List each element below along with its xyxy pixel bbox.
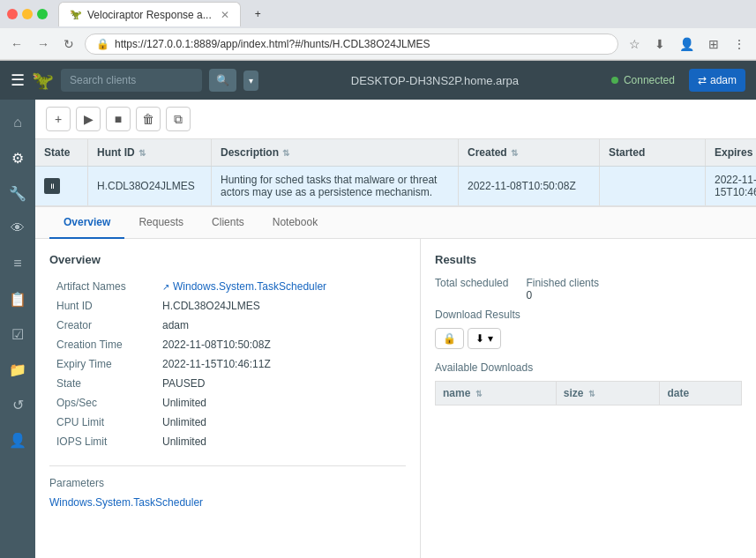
downloads-button[interactable]: ⬇ bbox=[651, 33, 669, 55]
window-controls bbox=[7, 9, 48, 19]
delete-hunt-button[interactable]: 🗑 bbox=[136, 107, 161, 131]
state-value: PAUSED bbox=[155, 374, 406, 393]
forward-button[interactable]: → bbox=[34, 33, 53, 55]
user-button[interactable]: ⇄ adam bbox=[689, 69, 745, 92]
veloci-favicon: 🦖 bbox=[70, 9, 82, 20]
copy-hunt-button[interactable]: ⧉ bbox=[166, 107, 191, 131]
lock-dl-icon: 🔒 bbox=[443, 332, 456, 345]
table-row[interactable]: ⏸ H.CDL38O24JLMES Hunting for sched task… bbox=[35, 167, 756, 206]
overview-section-title: Overview bbox=[49, 253, 406, 266]
tab-overview[interactable]: Overview bbox=[49, 207, 124, 239]
host-label: DESKTOP-DH3NS2P.home.arpa bbox=[266, 74, 604, 87]
detail-content: Overview Artifact Names ↗ Windows.System… bbox=[35, 239, 756, 558]
sidebar-item-user[interactable]: 👤 bbox=[2, 424, 34, 456]
col-size[interactable]: size ⇅ bbox=[556, 382, 660, 405]
total-scheduled-label: Total scheduled bbox=[435, 277, 508, 289]
user-icon: ⇄ bbox=[698, 74, 707, 86]
created-sort-icon: ⇅ bbox=[511, 148, 518, 158]
new-tab-button[interactable]: + bbox=[244, 2, 272, 26]
info-row-creator: Creator adam bbox=[49, 316, 406, 335]
artifact-link[interactable]: ↗ Windows.System.TaskScheduler bbox=[162, 280, 399, 293]
row-hunt-id: H.CDL38O24JLMES bbox=[88, 167, 212, 205]
name-sort-icon: ⇅ bbox=[475, 390, 483, 398]
downloads-table: name ⇅ size ⇅ date bbox=[435, 381, 742, 405]
maximize-button[interactable] bbox=[37, 9, 48, 19]
results-panel: Results Total scheduled Finished clients… bbox=[421, 239, 756, 558]
info-row-state: State PAUSED bbox=[49, 374, 406, 393]
creation-time-value: 2022-11-08T10:50:08Z bbox=[155, 335, 406, 354]
finished-clients-label: Finished clients bbox=[526, 277, 599, 289]
table-header: State Hunt ID⇅ Description⇅ Created⇅ Sta… bbox=[35, 139, 756, 167]
download-dropdown-button[interactable]: ⬇ ▾ bbox=[468, 328, 501, 349]
total-scheduled-block: Total scheduled bbox=[435, 277, 508, 301]
info-row-artifact: Artifact Names ↗ Windows.System.TaskSche… bbox=[49, 277, 406, 296]
col-started: Started bbox=[600, 139, 706, 166]
connection-status: Connected bbox=[611, 74, 675, 86]
menu-button[interactable]: ⋮ bbox=[730, 33, 749, 55]
play-hunt-button[interactable]: ▶ bbox=[76, 107, 101, 131]
back-button[interactable]: ← bbox=[7, 33, 26, 55]
hamburger-menu-icon[interactable]: ☰ bbox=[11, 71, 25, 90]
iops-value: Unlimited bbox=[155, 432, 406, 451]
hunts-toolbar: + ▶ ■ 🗑 ⧉ bbox=[35, 100, 756, 139]
cpu-value: Unlimited bbox=[155, 413, 406, 432]
sidebar-item-tools[interactable]: 🔧 bbox=[2, 177, 34, 209]
sidebar-item-tasks[interactable]: ☑ bbox=[2, 318, 34, 350]
col-created[interactable]: Created⇅ bbox=[459, 139, 600, 166]
sidebar-item-log[interactable]: 📋 bbox=[2, 283, 34, 315]
col-hunt-id[interactable]: Hunt ID⇅ bbox=[88, 139, 212, 166]
sidebar-item-home[interactable]: ⌂ bbox=[2, 107, 34, 138]
tab-clients[interactable]: Clients bbox=[198, 207, 258, 239]
close-button[interactable] bbox=[7, 9, 18, 19]
sidebar-item-history[interactable]: ↺ bbox=[2, 389, 34, 420]
active-tab[interactable]: 🦖 Velociraptor Response a... ✕ bbox=[58, 2, 241, 26]
iops-key: IOPS Limit bbox=[49, 432, 155, 451]
finished-clients-block: Finished clients 0 bbox=[526, 277, 599, 301]
bookmark-button[interactable]: ☆ bbox=[625, 33, 644, 55]
state-key: State bbox=[49, 374, 155, 393]
row-expires: 2022-11-15T10:46:11Z bbox=[706, 167, 756, 205]
sidebar: ⌂ ⚙ 🔧 👁 ≡ 📋 ☑ 📁 ↺ 👤 bbox=[0, 100, 35, 558]
download-results-row: Download Results 🔒 ⬇ ▾ bbox=[435, 309, 742, 349]
tab-requests[interactable]: Requests bbox=[124, 207, 198, 239]
app-logo-icon: 🦖 bbox=[32, 70, 54, 91]
add-hunt-button[interactable]: + bbox=[46, 107, 71, 131]
sidebar-item-files[interactable]: 📁 bbox=[2, 353, 34, 385]
artifact-value: ↗ Windows.System.TaskScheduler bbox=[155, 277, 406, 296]
minimize-button[interactable] bbox=[22, 9, 33, 19]
download-icon: ⬇ bbox=[475, 332, 484, 345]
info-row-hunt-id: Hunt ID H.CDL38O24JLMES bbox=[49, 296, 406, 316]
connected-dot-icon bbox=[611, 77, 618, 84]
row-created: 2022-11-08T10:50:08Z bbox=[459, 167, 600, 205]
sidebar-item-list[interactable]: ≡ bbox=[2, 248, 34, 279]
tab-notebook[interactable]: Notebook bbox=[258, 207, 332, 239]
search-button[interactable]: 🔍 bbox=[209, 69, 236, 92]
extensions-button[interactable]: ⊞ bbox=[705, 33, 722, 55]
profile-button[interactable]: 👤 bbox=[676, 33, 698, 55]
expiry-time-value: 2022-11-15T10:46:11Z bbox=[155, 354, 406, 374]
col-description[interactable]: Description⇅ bbox=[212, 139, 459, 166]
sidebar-item-view[interactable]: 👁 bbox=[2, 212, 34, 244]
stop-hunt-button[interactable]: ■ bbox=[106, 107, 131, 131]
sidebar-item-settings[interactable]: ⚙ bbox=[2, 142, 34, 174]
download-results-label: Download Results bbox=[435, 309, 520, 321]
col-name[interactable]: name ⇅ bbox=[436, 382, 557, 405]
search-dropdown-button[interactable]: ▾ bbox=[243, 71, 258, 91]
overview-panel: Overview Artifact Names ↗ Windows.System… bbox=[35, 239, 421, 558]
reload-button[interactable]: ↻ bbox=[60, 33, 78, 55]
parameters-value-link[interactable]: Windows.System.TaskScheduler bbox=[49, 496, 203, 509]
creation-time-key: Creation Time bbox=[49, 335, 155, 354]
detail-tabs: Overview Requests Clients Notebook bbox=[35, 207, 756, 239]
info-row-iops: IOPS Limit Unlimited bbox=[49, 432, 406, 451]
ops-key: Ops/Sec bbox=[49, 393, 155, 413]
url-bar[interactable]: 🔒 https://127.0.0.1:8889/app/index.html?… bbox=[85, 33, 618, 55]
ops-value: Unlimited bbox=[155, 393, 406, 413]
expiry-time-key: Expiry Time bbox=[49, 354, 155, 374]
tab-close-icon[interactable]: ✕ bbox=[221, 9, 229, 21]
finished-clients-value: 0 bbox=[526, 289, 599, 301]
download-lock-button[interactable]: 🔒 bbox=[435, 328, 464, 349]
col-expires[interactable]: Expires⇅ bbox=[706, 139, 756, 166]
tab-title: Velociraptor Response a... bbox=[87, 9, 212, 21]
search-input[interactable] bbox=[61, 69, 202, 92]
parameters-section: Parameters Windows.System.TaskScheduler bbox=[49, 465, 406, 509]
